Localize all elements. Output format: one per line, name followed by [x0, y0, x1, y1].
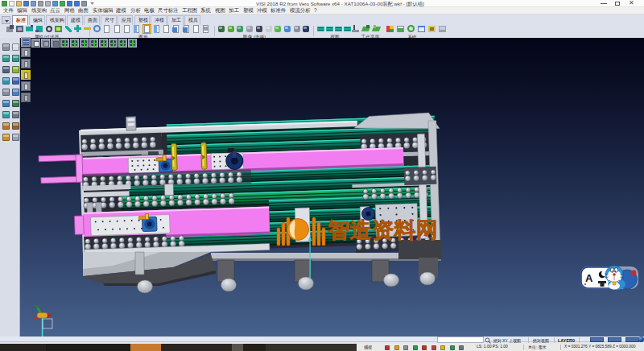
svg-text:A: A	[585, 272, 593, 284]
svg-text:智造资料网: 智造资料网	[327, 218, 439, 242]
